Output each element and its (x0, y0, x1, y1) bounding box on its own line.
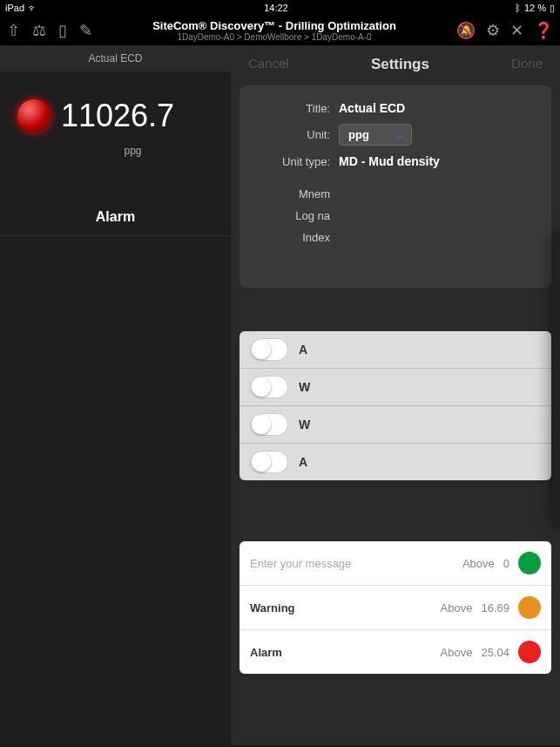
edit-icon[interactable]: ✎ (79, 21, 92, 40)
alert-condition: Above (462, 557, 495, 570)
toggle-switch[interactable] (250, 338, 288, 361)
alert-row[interactable]: AlarmAbove25.04 (240, 630, 551, 674)
bluetooth-icon: ᛒ (515, 3, 521, 13)
battery-label: 12 % (524, 3, 546, 13)
alert-value: 25.04 (481, 646, 509, 659)
mnemonic-label: Mnem (252, 187, 339, 200)
unit-select[interactable]: ppg ⌵ (339, 124, 412, 146)
toggle-row: A (240, 331, 551, 369)
unit-type-label: Unit type: (252, 155, 339, 168)
toggle-list: AWWA (240, 331, 551, 480)
title-label: Title: (252, 102, 339, 115)
battery-icon: ▯ (550, 3, 555, 14)
alert-row[interactable]: WarningAbove16.69 (240, 586, 551, 630)
help-icon[interactable]: ❓ (534, 21, 553, 40)
chevron-down-icon: ⌵ (395, 128, 402, 141)
gauge-title: Actual ECD (0, 45, 231, 71)
unit-label: Unit: (252, 128, 339, 141)
alert-name: Warning (250, 601, 295, 615)
settings-form: Title: Actual ECD Unit: ppg ⌵ Unit type:… (240, 85, 551, 288)
toggle-label: A (299, 455, 307, 469)
no-signal-icon[interactable]: ✕ (510, 21, 523, 40)
settings-title: Settings (371, 56, 429, 73)
toggle-row: A (240, 444, 551, 480)
device-label: iPad (5, 3, 24, 13)
alert-value: 0 (503, 557, 509, 570)
unit-value: ppg (348, 128, 369, 141)
alert-condition: Above (441, 601, 473, 615)
share-icon[interactable]: ⇧ (7, 21, 20, 40)
toggle-label: W (299, 380, 310, 394)
bell-icon[interactable]: 🔕 (456, 21, 476, 40)
alert-placeholder[interactable]: Enter your message (250, 557, 351, 570)
settings-cancel-button[interactable]: Cancel (248, 56, 289, 73)
alert-list: Enter your messageAbove0WarningAbove16.6… (240, 541, 551, 674)
alarm-led-icon (17, 99, 51, 132)
settings-panel: Cancel Settings Done Title: Actual ECD U… (231, 45, 560, 745)
scale-icon[interactable]: ⚖ (32, 21, 46, 40)
gauge-panel: Actual ECD 11026.7 ppg Alarm (0, 45, 231, 745)
alert-row[interactable]: Enter your messageAbove0 (240, 541, 551, 586)
color-dot[interactable] (518, 552, 541, 574)
color-picker-popover: Cancel Select Color Done R: 0% G: 49% B:… (553, 230, 560, 524)
gauge-unit: ppg (35, 145, 231, 157)
alert-condition: Above (441, 646, 473, 659)
status-bar: iPad ᯤ 14:22 ᛒ 12 % ▯ (0, 0, 560, 16)
toggle-switch[interactable] (250, 451, 288, 473)
color-dot[interactable] (518, 596, 541, 619)
alert-value: 16.69 (481, 601, 509, 615)
alarm-status: Alarm (0, 209, 231, 236)
unit-type-value: MD - Mud density (339, 154, 440, 168)
settings-done-button[interactable]: Done (511, 56, 543, 73)
app-header: ⇧ ⚖ ▯ ✎ SiteCom® Discovery™ - Drilling O… (0, 16, 560, 45)
clock: 14:22 (264, 3, 288, 13)
breadcrumb[interactable]: 1DayDemo-A0 > DemoWellbore > 1DayDemo-A-… (92, 32, 456, 42)
logname-label: Log na (252, 209, 339, 222)
gauge-widget[interactable]: 11026.7 (0, 71, 231, 152)
app-title: SiteCom® Discovery™ - Drilling Optimizat… (92, 19, 456, 32)
toggle-switch[interactable] (250, 376, 288, 398)
alert-name: Alarm (250, 646, 282, 659)
color-dot[interactable] (518, 641, 541, 663)
toggle-label: W (299, 418, 310, 431)
index-label: Index (252, 231, 339, 244)
toggle-label: A (299, 343, 307, 357)
gauge-value: 11026.7 (61, 98, 174, 134)
book-icon[interactable]: ▯ (58, 21, 67, 40)
toggle-switch[interactable] (250, 413, 288, 436)
title-value[interactable]: Actual ECD (339, 101, 405, 115)
gear-icon[interactable]: ⚙ (486, 21, 500, 40)
toggle-row: W (240, 406, 551, 444)
wifi-icon: ᯤ (28, 3, 37, 13)
toggle-row: W (240, 369, 551, 406)
